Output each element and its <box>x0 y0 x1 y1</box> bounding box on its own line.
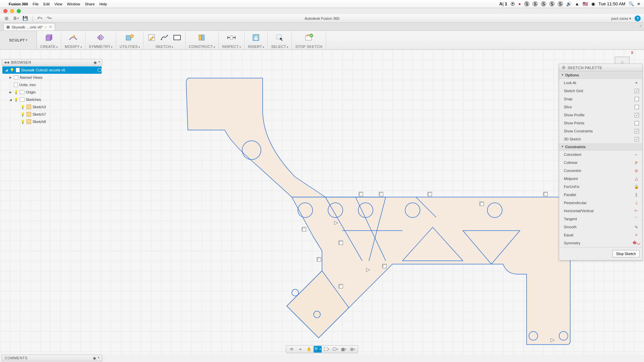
fit-button[interactable]: ⛶▾ <box>322 346 330 353</box>
tree-origin[interactable]: ▶💡Origin <box>2 88 102 96</box>
skype-icon-5[interactable]: S <box>558 1 563 6</box>
ribbon-stop-sketch[interactable]: STOP SKETCH <box>292 31 326 49</box>
palette-constraints-header[interactable]: ▼Constraints <box>559 143 642 150</box>
viewport-button[interactable]: ⊞▾ <box>348 346 357 353</box>
ribbon-utilities[interactable]: UTILITIES▾ <box>116 31 144 49</box>
visibility-bulb-icon[interactable]: 💡 <box>20 119 25 124</box>
minimize-window-icon[interactable] <box>10 9 14 13</box>
constraint-concentric[interactable]: Concentric◎ <box>559 167 642 175</box>
flag-icon[interactable]: 🇺🇸 <box>583 1 588 6</box>
stop-sketch-button[interactable]: Stop Sketch <box>612 250 640 257</box>
palette-option-snap[interactable]: Snap <box>559 95 642 103</box>
palette-option-look-at[interactable]: Look At⌖ <box>559 79 642 87</box>
checkbox[interactable]: ✓ <box>635 89 639 93</box>
tree-named-views[interactable]: ▶Named Views <box>2 74 102 81</box>
constraint-smooth[interactable]: Smooth∿ <box>559 223 642 231</box>
browser-header[interactable]: ◀◀ BROWSER ◉▾ <box>2 59 102 66</box>
ribbon-symmetry[interactable]: SYMMETRY▾ <box>86 31 116 49</box>
eject-icon[interactable]: ▲ <box>575 1 579 6</box>
save-button[interactable]: 💾 <box>21 15 29 22</box>
constraint-midpoint[interactable]: Midpoint△ <box>559 175 642 183</box>
constraint-tangent[interactable]: Tangent⌒ <box>559 215 642 223</box>
tree-sketch8[interactable]: 💡Sketch8 <box>2 118 102 125</box>
ribbon-construct[interactable]: CONSTRUCT▾ <box>185 31 219 49</box>
skype-icon-1[interactable]: S <box>524 1 529 6</box>
constraint-symmetry[interactable]: Symmetry�ب <box>559 239 642 247</box>
close-window-icon[interactable] <box>3 9 7 13</box>
visibility-bulb-icon[interactable]: 💡 <box>20 112 25 117</box>
constraint-perpendicular[interactable]: Perpendicular⊥ <box>559 199 642 207</box>
browser-settings-icon[interactable]: ◉ <box>94 60 97 65</box>
palette-option-show-profile[interactable]: Show Profile✓ <box>559 111 642 119</box>
menu-file[interactable]: File <box>33 2 39 6</box>
adobe-icon[interactable]: A| 1 <box>499 1 507 6</box>
clock[interactable]: Tue 11:50 AM <box>598 1 625 6</box>
visibility-bulb-icon[interactable]: 💡 <box>14 97 18 102</box>
document-tab[interactable]: ▦ Skywalk …orte v6* ○ ✕ <box>3 23 55 31</box>
record-icon[interactable]: ● <box>518 1 521 6</box>
tab-close-icon[interactable]: ✕ <box>49 25 52 29</box>
skype-icon-3[interactable]: S <box>541 1 546 6</box>
menu-edit[interactable]: Edit <box>43 2 50 6</box>
palette-option-slice[interactable]: Slice <box>559 103 642 111</box>
constraint-fix-unfix[interactable]: Fix/UnFix🔒 <box>559 183 642 191</box>
ribbon-insert[interactable]: INSERT▾ <box>245 31 268 49</box>
volume-icon[interactable]: 🔊 <box>566 1 572 6</box>
visibility-bulb-icon[interactable]: 💡 <box>10 68 14 72</box>
zoom-window-icon[interactable] <box>17 9 21 13</box>
pin-icon[interactable]: ⦿ <box>562 66 566 70</box>
tree-units[interactable]: Units: mm <box>2 81 102 88</box>
tree-sketch3[interactable]: 💡Sketch3 <box>2 103 102 111</box>
comments-settings-icon[interactable]: ◉ <box>93 356 97 360</box>
pan-button[interactable]: ✋ <box>305 346 313 353</box>
checkbox[interactable] <box>635 97 639 101</box>
wifi-icon[interactable]: ◉ <box>591 1 595 6</box>
skype-icon-4[interactable]: S <box>549 1 554 6</box>
ribbon-modify[interactable]: MODIFY▾ <box>61 31 86 49</box>
skype-icon-2[interactable]: S <box>533 1 538 6</box>
help-button[interactable]: ? <box>635 15 641 21</box>
constraint-equal[interactable]: Equal= <box>559 231 642 239</box>
redo-button[interactable]: ↷▾ <box>45 15 53 22</box>
menubar-indicator-icon[interactable]: ⦿ <box>511 1 515 6</box>
activate-radio-icon[interactable] <box>98 68 102 72</box>
data-panel-button[interactable]: ⊞ <box>3 15 10 22</box>
constraint-horizontal-vertical[interactable]: Horizontal/Vertical⊢ <box>559 207 642 215</box>
ribbon-create[interactable]: CREATE▾ <box>37 31 61 49</box>
ribbon-sketch[interactable]: SKETCH▾ <box>144 31 185 49</box>
palette-option-sketch-grid[interactable]: Sketch Grid✓ <box>559 87 642 95</box>
browser-menu-icon[interactable]: ▾ <box>99 60 100 65</box>
menu-share[interactable]: Share <box>85 2 95 6</box>
spotlight-icon[interactable]: 🔍 <box>629 1 634 6</box>
comments-bar[interactable]: COMMENTS ◉▾ <box>2 355 102 361</box>
undo-button[interactable]: ↶▾ <box>36 15 43 22</box>
palette-header[interactable]: ⦿SKETCH PALETTE <box>559 64 642 71</box>
orbit-button[interactable]: ⟲ <box>287 346 296 353</box>
ribbon-inspect[interactable]: INSPECT▾ <box>219 31 245 49</box>
comments-menu-icon[interactable]: ▾ <box>98 356 100 360</box>
checkbox[interactable] <box>635 105 639 109</box>
tabstrip-expand-icon[interactable]: ⤢ <box>639 24 642 28</box>
user-menu[interactable]: paul zaras ▾ <box>611 14 631 23</box>
workspace-switcher[interactable]: SCULPT▾ <box>0 31 37 49</box>
checkbox[interactable] <box>635 121 639 125</box>
tree-root[interactable]: ◢ 💡 Skywalk Cobra5 recorte v6 <box>2 66 102 74</box>
ribbon-select[interactable]: SELECT▾ <box>268 31 292 49</box>
constraint-coincident[interactable]: Coincident⌐ <box>559 150 642 159</box>
constraint-parallel[interactable]: Parallel∥ <box>559 191 642 199</box>
file-menu-button[interactable]: 🗎▾ <box>12 15 19 22</box>
tree-sketches[interactable]: ◢💡Sketches <box>2 96 102 103</box>
lookat-icon[interactable]: ⌖ <box>634 80 639 85</box>
checkbox[interactable]: ✓ <box>635 137 639 141</box>
palette-option-show-constraints[interactable]: Show Constraints✓ <box>559 127 642 135</box>
menu-view[interactable]: View <box>54 2 62 6</box>
checkbox[interactable]: ✓ <box>635 129 639 133</box>
app-name[interactable]: Fusion 360 <box>9 2 28 6</box>
menu-window[interactable]: Window <box>67 2 80 6</box>
visibility-bulb-icon[interactable]: 💡 <box>14 90 18 95</box>
grid-button[interactable]: ▦▾ <box>340 346 348 353</box>
palette-options-header[interactable]: ▼Options <box>559 71 642 79</box>
palette-option-show-points[interactable]: Show Points <box>559 119 642 127</box>
zoom-button[interactable]: 🔍▾ <box>314 346 322 353</box>
tree-sketch7[interactable]: 💡Sketch7 <box>2 111 102 118</box>
